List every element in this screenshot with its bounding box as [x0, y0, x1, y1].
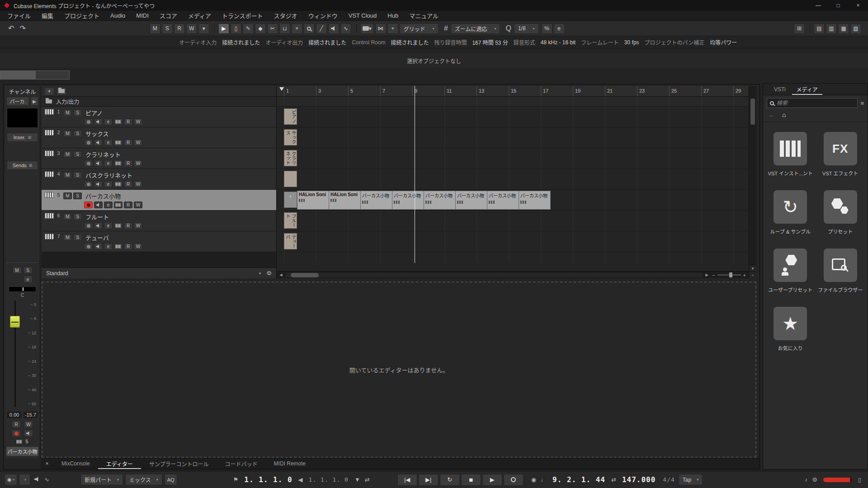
channel-mute-button[interactable]: M [13, 267, 22, 274]
write-all-button[interactable]: W [186, 23, 197, 34]
status-control-room[interactable]: Control Room 接続されました [352, 38, 429, 46]
channel-track-name[interactable]: パーカス小物 [6, 447, 38, 456]
zoom-tool-button[interactable] [304, 23, 315, 34]
left-zone-toggle[interactable]: ▤ [814, 23, 825, 34]
snap-type-button[interactable]: + [387, 23, 398, 34]
punch-icon[interactable]: ◉ [531, 476, 536, 483]
monitor-button[interactable] [94, 202, 103, 208]
sends-slot[interactable]: Sends ⊞ [7, 161, 38, 170]
read-button[interactable]: R [124, 243, 132, 250]
home-icon[interactable]: ⌂ [782, 111, 786, 118]
midi-clip[interactable]: パーカス小物 [360, 191, 392, 210]
tile-loops-samples[interactable]: ↻ ループ & サンプル [770, 190, 811, 235]
play-button[interactable]: ▶ [482, 474, 502, 486]
midi-clip[interactable]: パーカス小物 [392, 191, 424, 210]
metronome-icon[interactable]: ♩ [541, 476, 547, 483]
status-audio-input[interactable]: オーディオ入力 接続されました [179, 38, 260, 46]
time-signature-display[interactable]: 4/4 [663, 476, 675, 483]
write-button[interactable]: W [134, 222, 142, 229]
range-tool-button[interactable]: ▯ [231, 23, 241, 34]
lane-tuba[interactable]: テューバ [277, 231, 749, 252]
peak-level-value[interactable]: -15.7 [23, 411, 38, 419]
close-lower-zone-icon[interactable]: × [41, 460, 53, 467]
chevron-down-icon[interactable]: ▾ [259, 271, 261, 276]
edit-channel-button[interactable]: e [104, 202, 113, 208]
search-input[interactable] [777, 100, 854, 106]
read-button[interactable]: R [124, 222, 132, 229]
read-button[interactable]: R [124, 202, 132, 208]
record-enable-button[interactable] [84, 118, 93, 125]
read-button[interactable]: R [124, 118, 132, 125]
go-to-next-marker-button[interactable]: ▶| [419, 474, 439, 486]
edit-channel-button[interactable]: e [104, 118, 113, 125]
project-start-marker[interactable] [279, 87, 284, 91]
track-row-bass-clarinet[interactable]: 4 M S バスクラリネット e R W [42, 169, 276, 190]
tab-sampler-control[interactable]: サンプラーコントロール [141, 458, 217, 469]
tab-mixconsole[interactable]: MixConsole [53, 458, 98, 469]
stop-button[interactable]: ■ [461, 474, 481, 486]
back-icon[interactable]: ← [769, 111, 775, 118]
write-button[interactable]: W [134, 160, 142, 167]
undo-button[interactable]: ↶ [8, 25, 14, 32]
read-all-button[interactable]: R [174, 23, 185, 34]
instrument-button[interactable] [114, 243, 123, 250]
pan-control[interactable] [9, 286, 36, 292]
mute-button[interactable]: M [63, 234, 72, 241]
monitor-button[interactable] [94, 139, 103, 146]
maximize-button[interactable]: □ [828, 0, 848, 11]
edit-channel-button[interactable]: e [104, 181, 113, 188]
menu-file[interactable]: ファイル [2, 11, 36, 20]
midi-clip[interactable]: パーカス小物 [519, 191, 551, 210]
scrub-tool-button[interactable]: ∿ [340, 23, 351, 34]
favorites-icon[interactable]: ★ [774, 307, 807, 340]
monitor-button[interactable] [94, 160, 103, 167]
status-record-time[interactable]: 残り録音時間 167 時間 53 分 [434, 38, 508, 46]
swing-button[interactable]: % [542, 23, 552, 34]
volume-fader[interactable]: 0 6 12 18 24 30 40 50 [7, 300, 38, 408]
marker-flag-icon[interactable]: ⚑ [233, 476, 239, 483]
lane-tag[interactable]: フルート [284, 212, 297, 229]
playhead-cursor[interactable] [415, 86, 415, 263]
tab-vsti[interactable]: VSTi [769, 84, 790, 95]
audio-activity-button[interactable]: ▾ [19, 474, 30, 485]
tempo-display[interactable]: 147.000 [622, 475, 656, 484]
timeline-ruler[interactable]: 1 3 5 7 9 11 13 15 17 19 21 23 25 27 29 [277, 86, 749, 97]
status-record-format[interactable]: 録音形式 48 kHz - 16 bit [514, 38, 576, 46]
minimize-button[interactable]: — [808, 0, 828, 11]
quantize-panel-button[interactable]: e [554, 23, 565, 34]
status-frame-rate[interactable]: フレームレート 30 fps [581, 38, 639, 46]
menu-window[interactable]: ウィンドウ [303, 11, 343, 20]
midi-clip[interactable]: HALion Soni [297, 191, 329, 210]
fader-level-value[interactable]: 0.00 [6, 411, 22, 419]
menu-transport[interactable]: トランスポート [217, 11, 269, 20]
record-enable-button-active[interactable] [84, 202, 93, 208]
read-button[interactable]: R [124, 160, 132, 167]
snap-button[interactable]: ⋈ [375, 23, 386, 34]
mute-tool-button[interactable]: × [292, 23, 302, 34]
instrument-button[interactable] [114, 181, 123, 188]
quantize-combo[interactable]: 1/8 ▾ [514, 23, 539, 34]
tab-chord-pads[interactable]: コードパッド [217, 458, 266, 469]
menu-studio[interactable]: スタジオ [269, 11, 303, 20]
mute-button[interactable]: M [63, 192, 72, 199]
redo-button[interactable]: ↷ [19, 25, 25, 32]
channel-expand-icon[interactable]: ▶ [30, 97, 38, 106]
menu-hub[interactable]: Hub [382, 12, 404, 19]
status-audio-output[interactable]: オーディオ出力 接続されました [265, 38, 346, 46]
channel-solo-button[interactable]: S [24, 267, 33, 274]
inserts-slot[interactable]: Inser. ⊞ [7, 133, 38, 142]
track-row-clarinet[interactable]: 3 M S クラリネット e R W [42, 148, 276, 169]
zoom-slider[interactable] [717, 274, 741, 276]
mute-button[interactable]: M [63, 172, 72, 178]
lane-tag[interactable]: クラリネット [284, 150, 297, 166]
mute-all-button[interactable]: M [150, 23, 160, 34]
file-browser-icon[interactable] [824, 249, 857, 282]
play-tool-button[interactable] [328, 23, 339, 34]
tab-editor[interactable]: エディター [98, 458, 141, 469]
track-preset-bar[interactable]: Standard ▾ ⚙ [42, 267, 276, 278]
track-filter-button[interactable] [57, 87, 66, 95]
glue-tool-button[interactable]: ⊔ [279, 23, 290, 34]
write-button[interactable]: W [134, 118, 142, 125]
lower-zone-toggle[interactable]: ▥ [826, 23, 837, 34]
transport-gear-icon[interactable]: ⚙ [812, 476, 817, 483]
